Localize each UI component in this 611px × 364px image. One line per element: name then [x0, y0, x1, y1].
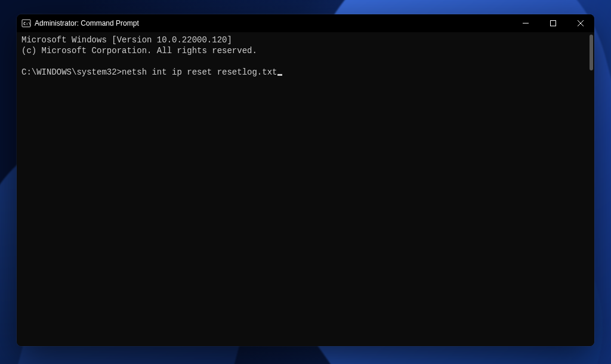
- terminal-output-line: (c) Microsoft Corporation. All rights re…: [21, 45, 590, 56]
- terminal-output-line: Microsoft Windows [Version 10.0.22000.12…: [21, 35, 590, 45]
- titlebar[interactable]: C:\ Administrator: Command Prompt: [17, 14, 594, 32]
- terminal-blank-line: [21, 56, 590, 67]
- command-prompt-window: C:\ Administrator: Command Prompt: [17, 14, 594, 346]
- scrollbar-thumb[interactable]: [590, 35, 593, 70]
- maximize-icon: [550, 20, 556, 26]
- terminal-cursor: [277, 74, 282, 76]
- svg-text:C:\: C:\: [23, 21, 31, 26]
- terminal-prompt: C:\WINDOWS\system32>: [21, 67, 122, 78]
- cmd-icon: C:\: [21, 18, 31, 28]
- minimize-button[interactable]: [512, 14, 539, 32]
- window-controls: [512, 14, 594, 32]
- titlebar-left: C:\ Administrator: Command Prompt: [17, 18, 139, 28]
- minimize-icon: [523, 20, 529, 26]
- terminal-prompt-line: C:\WINDOWS\system32> netsh int ip reset …: [21, 67, 590, 78]
- terminal-body[interactable]: Microsoft Windows [Version 10.0.22000.12…: [17, 32, 594, 346]
- close-icon: [578, 20, 584, 26]
- window-title: Administrator: Command Prompt: [35, 19, 139, 27]
- svg-rect-3: [551, 21, 556, 26]
- close-button[interactable]: [567, 14, 594, 32]
- terminal-command: netsh int ip reset resetlog.txt: [122, 67, 277, 78]
- maximize-button[interactable]: [539, 14, 567, 32]
